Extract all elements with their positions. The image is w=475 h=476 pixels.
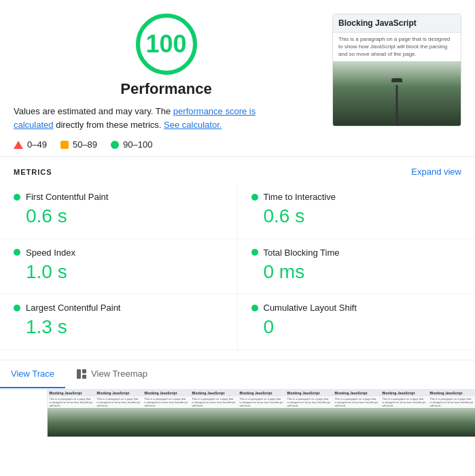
filmstrip-text-4: This is a paragraph on a page that is de… (190, 396, 238, 409)
score-legend: 0–49 50–89 90–100 (14, 139, 319, 150)
metric-tti-value: 0.6 s (251, 205, 462, 228)
lamp-post-icon (396, 85, 398, 126)
triangle-icon (14, 141, 23, 149)
filmstrip-thumb-2: Blocking JavaScript This is a paragraph … (95, 390, 143, 437)
tab-view-trace[interactable]: View Trace (0, 360, 65, 388)
filmstrip-img-7 (333, 408, 381, 436)
filmstrip-title-9: Blocking JavaScript (428, 390, 476, 396)
metric-tbt-label: Total Blocking Time (264, 248, 340, 258)
filmstrip-thumb-img-8: Blocking JavaScript This is a paragraph … (381, 390, 428, 437)
tabs-section: View Trace View Treemap (0, 360, 475, 389)
filmstrip-title-1: Blocking JavaScript (48, 390, 95, 396)
filmstrip-title-2: Blocking JavaScript (95, 390, 143, 396)
filmstrip-thumb-9: Blocking JavaScript This is a paragraph … (428, 390, 475, 437)
expand-view-link[interactable]: Expand view (411, 167, 461, 177)
square-icon (60, 141, 69, 149)
svg-rect-2 (82, 375, 86, 379)
metric-fcp-value: 0.6 s (14, 205, 224, 228)
metric-dot-si (14, 249, 20, 256)
metric-si-label-row: Speed Index (14, 248, 224, 258)
metric-tti: Time to Interactive 0.6 s (238, 184, 476, 239)
legend-item-green: 90–100 (111, 139, 152, 150)
filmstrip-thumb-5: Blocking JavaScript This is a paragraph … (238, 390, 285, 437)
metric-fcp-label-row: First Contentful Paint (14, 192, 224, 202)
metric-si-value: 1.0 s (14, 260, 224, 284)
filmstrip-img-2 (95, 408, 143, 436)
filmstrip-thumb-6: Blocking JavaScript This is a paragraph … (285, 390, 333, 437)
filmstrip-title-6: Blocking JavaScript (285, 390, 333, 396)
metric-si: Speed Index 1.0 s (0, 239, 238, 295)
filmstrip-thumb-img-6: Blocking JavaScript This is a paragraph … (285, 390, 333, 437)
metric-dot-cls (251, 305, 258, 311)
metric-cls-value: 0 (251, 316, 462, 339)
metric-lcp: Largest Contentful Paint 1.3 s (0, 294, 238, 350)
filmstrip-thumb-img-2: Blocking JavaScript This is a paragraph … (95, 390, 143, 437)
score-circle: 100 (136, 14, 197, 75)
score-label: Performance (14, 80, 319, 98)
score-section: 100 Performance Values are estimated and… (0, 0, 475, 156)
legend-item-orange: 50–89 (60, 139, 97, 150)
filmstrip-thumb-img-5: Blocking JavaScript This is a paragraph … (238, 390, 285, 437)
metric-tbt: Total Blocking Time 0 ms (238, 239, 476, 295)
filmstrip-thumb-img-9: Blocking JavaScript This is a paragraph … (428, 390, 476, 437)
metric-tti-label: Time to Interactive (264, 192, 336, 202)
thumb-image (333, 61, 461, 126)
filmstrip-img-8 (381, 408, 428, 436)
filmstrip-text-7: This is a paragraph on a page that is de… (333, 396, 381, 409)
filmstrip-thumb-img-4: Blocking JavaScript This is a paragraph … (190, 390, 238, 437)
filmstrip-img-4 (190, 408, 238, 436)
filmstrip-thumb-img-1: Blocking JavaScript This is a paragraph … (48, 390, 95, 437)
filmstrip-thumb-7: Blocking JavaScript This is a paragraph … (333, 390, 381, 437)
filmstrip-text-5: This is a paragraph on a page that is de… (238, 396, 285, 409)
metric-lcp-label-row: Largest Contentful Paint (14, 303, 224, 313)
legend-range-2: 50–89 (73, 139, 97, 150)
metrics-header: METRICS Expand view (0, 157, 475, 184)
filmstrip-text-6: This is a paragraph on a page that is de… (285, 396, 333, 409)
filmstrip-thumb-img-3: Blocking JavaScript This is a paragraph … (143, 390, 190, 437)
metric-dot-lcp (14, 305, 20, 311)
metric-si-label: Speed Index (26, 248, 75, 258)
metric-tti-label-row: Time to Interactive (251, 192, 462, 202)
description-prefix: Values are estimated and may vary. The (14, 106, 173, 116)
filmstrip-title-3: Blocking JavaScript (143, 390, 190, 396)
legend-range-3: 90–100 (123, 139, 152, 150)
filmstrip-text-3: This is a paragraph on a page that is de… (143, 396, 190, 409)
metric-dot-fcp (14, 194, 20, 201)
legend-range-1: 0–49 (27, 139, 47, 150)
filmstrip-img-5 (238, 408, 285, 436)
filmstrip-title-8: Blocking JavaScript (381, 390, 428, 396)
filmstrip-empty-slot (0, 390, 48, 437)
metric-tbt-label-row: Total Blocking Time (251, 248, 462, 258)
score-description: Values are estimated and may vary. The p… (14, 105, 258, 131)
metric-dot-tbt (251, 249, 258, 256)
filmstrip-title-4: Blocking JavaScript (190, 390, 238, 396)
tab-view-treemap[interactable]: View Treemap (65, 360, 158, 389)
filmstrip-thumb-img-7: Blocking JavaScript This is a paragraph … (333, 390, 381, 437)
filmstrip-title-5: Blocking JavaScript (238, 390, 285, 396)
score-circle-wrapper: 100 (14, 14, 319, 75)
treemap-icon (76, 369, 87, 379)
metric-tbt-value: 0 ms (251, 260, 462, 284)
filmstrip-thumb-3: Blocking JavaScript This is a paragraph … (143, 390, 190, 437)
lamp-head-icon (391, 78, 402, 82)
page-thumbnail: Blocking JavaScript This is a paragraph … (332, 14, 461, 126)
score-value: 100 (145, 30, 186, 58)
filmstrip-title-7: Blocking JavaScript (333, 390, 381, 396)
score-left: 100 Performance Values are estimated and… (14, 14, 319, 150)
view-trace-label: View Trace (11, 369, 54, 379)
filmstrip-img-1 (48, 408, 95, 436)
thumb-title: Blocking JavaScript (333, 14, 461, 33)
metrics-grid: First Contentful Paint 0.6 s Time to Int… (0, 184, 475, 357)
metric-cls-label: Cumulative Layout Shift (264, 303, 357, 313)
filmstrip-text-1: This is a paragraph on a page that is de… (48, 396, 95, 409)
filmstrip-thumb-8: Blocking JavaScript This is a paragraph … (381, 390, 428, 437)
calculator-link[interactable]: See calculator. (164, 120, 222, 130)
metric-cls: Cumulative Layout Shift 0 (238, 294, 476, 350)
svg-rect-1 (82, 369, 86, 373)
metric-dot-tti (251, 194, 258, 201)
circle-icon (111, 141, 119, 149)
filmstrip-img-9 (428, 408, 476, 436)
filmstrip-img-3 (143, 408, 190, 436)
metric-lcp-label: Largest Contentful Paint (26, 303, 120, 313)
filmstrip-section: Blocking JavaScript This is a paragraph … (0, 389, 475, 450)
